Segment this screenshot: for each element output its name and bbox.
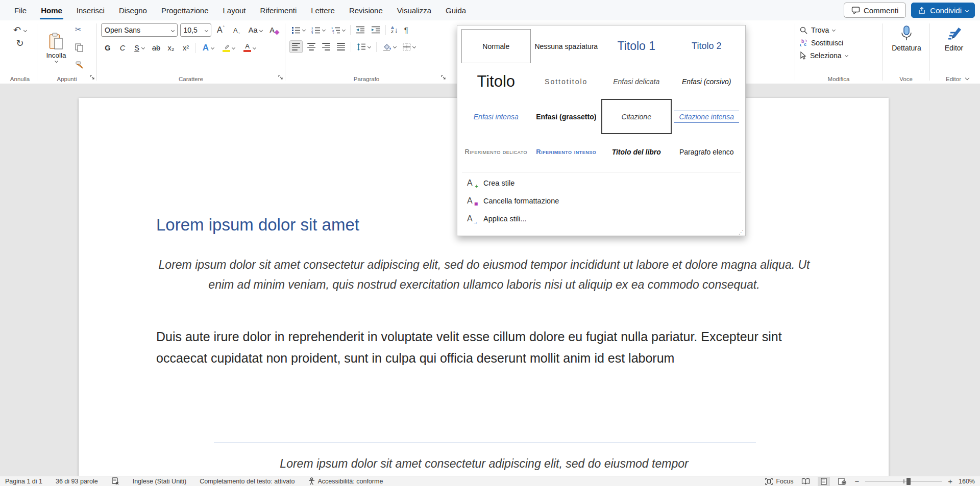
style-sottotitolo[interactable]: Sottotitolo: [532, 64, 601, 98]
tab-home[interactable]: Home: [34, 0, 69, 20]
create-style-item[interactable]: A+ Crea stile: [461, 174, 742, 192]
decrease-indent-button[interactable]: [354, 23, 367, 36]
font-size-select[interactable]: 10,5: [180, 23, 212, 37]
cut-icon[interactable]: ✂: [75, 25, 84, 34]
paste-button[interactable]: Incolla: [41, 32, 71, 62]
style-titolo-2[interactable]: Titolo 2: [672, 29, 742, 63]
tab-inserisci[interactable]: Inserisci: [69, 0, 112, 20]
numbering-button[interactable]: 123: [309, 23, 327, 36]
justify-button[interactable]: [335, 40, 347, 53]
replace-button[interactable]: bc Sostituisci: [799, 36, 878, 49]
multilevel-list-button[interactable]: 1ai: [329, 23, 347, 36]
style-paragrafo-elenco[interactable]: Paragrafo elenco: [672, 135, 742, 169]
increase-indent-button[interactable]: [369, 23, 382, 36]
microphone-icon: [900, 25, 913, 42]
tab-riferimenti[interactable]: Riferimenti: [253, 0, 304, 20]
subscript-button[interactable]: x₂: [164, 41, 178, 54]
style-normale[interactable]: Normale: [461, 29, 531, 63]
text-completion-status[interactable]: Completamento del testo: attivato: [200, 478, 295, 485]
style-citazione-intensa[interactable]: Citazione intensa: [672, 99, 742, 134]
highlight-button[interactable]: [219, 41, 238, 54]
zoom-out-button[interactable]: −: [854, 477, 859, 485]
redo-button[interactable]: ↻: [7, 37, 33, 50]
zoom-level[interactable]: 160%: [959, 478, 975, 485]
appunti-dialog-launcher-icon[interactable]: [90, 73, 95, 82]
align-left-button[interactable]: [289, 40, 303, 53]
carattere-dialog-launcher-icon[interactable]: [278, 73, 283, 82]
bullets-button[interactable]: [289, 23, 307, 36]
style-nessuna-spaziatura[interactable]: Nessuna spaziatura: [532, 29, 601, 63]
share-chevron-icon[interactable]: [965, 8, 969, 12]
sort-button[interactable]: AZ ↓: [389, 23, 400, 36]
style-titolo[interactable]: Titolo: [461, 64, 531, 98]
clear-formatting-button[interactable]: A: [267, 24, 281, 37]
shading-button[interactable]: [380, 40, 398, 53]
show-paragraph-marks-button[interactable]: ¶: [402, 23, 410, 36]
shrink-font-button[interactable]: Aˆ: [230, 24, 243, 37]
proofing-icon: [111, 477, 119, 485]
word-count[interactable]: 36 di 93 parole: [56, 478, 98, 485]
underline-button[interactable]: S: [131, 41, 148, 54]
clear-formatting-item[interactable]: A◆ Cancella formattazione: [461, 192, 742, 210]
paragrafo-dialog-launcher-icon[interactable]: [441, 73, 446, 82]
style-riferimento-intenso[interactable]: Riferimento intenso: [532, 135, 601, 169]
undo-button[interactable]: ↶: [7, 23, 33, 37]
undo-chevron-icon[interactable]: [23, 28, 27, 32]
tab-revisione[interactable]: Revisione: [342, 0, 390, 20]
tab-guida[interactable]: Guida: [438, 0, 473, 20]
style-titolo-1[interactable]: Titolo 1: [602, 29, 671, 63]
dictate-button[interactable]: Dettatura: [887, 23, 926, 52]
font-name-select[interactable]: Open Sans: [101, 23, 178, 37]
italic-button[interactable]: C: [116, 41, 129, 54]
style-enfasi-delicata[interactable]: Enfasi delicata: [602, 64, 671, 98]
accessibility-status[interactable]: Accessibilità: conforme: [308, 477, 383, 485]
focus-toggle[interactable]: Focus: [765, 478, 793, 485]
title-bar: File Home Inserisci Disegno Progettazion…: [0, 0, 980, 20]
paste-chevron-icon[interactable]: [54, 59, 58, 63]
tab-lettere[interactable]: Lettere: [304, 0, 342, 20]
style-titolo-del-libro[interactable]: Titolo del libro: [602, 135, 671, 169]
format-painter-icon[interactable]: [75, 61, 84, 69]
style-riferimento-delicato[interactable]: Riferimento delicato: [461, 135, 531, 169]
share-button[interactable]: Condividi: [911, 3, 975, 18]
align-right-button[interactable]: [320, 40, 332, 53]
web-layout-button[interactable]: [836, 477, 848, 486]
tab-disegno[interactable]: Disegno: [112, 0, 154, 20]
change-case-button[interactable]: Aa: [246, 24, 265, 37]
paste-label: Incolla: [46, 52, 66, 59]
apply-styles-item[interactable]: A→ Applica stili...: [461, 210, 742, 227]
font-name-value: Open Sans: [105, 26, 140, 34]
proofing-status[interactable]: [111, 477, 119, 485]
borders-button[interactable]: [401, 40, 418, 53]
grow-font-button[interactable]: Aˆ: [214, 24, 227, 37]
style-citazione[interactable]: Citazione: [601, 99, 672, 134]
zoom-slider-thumb[interactable]: [906, 478, 911, 485]
print-layout-button[interactable]: [818, 477, 830, 486]
read-mode-button[interactable]: [799, 477, 812, 486]
tab-layout[interactable]: Layout: [216, 0, 253, 20]
panel-resize-grip[interactable]: ⋰: [739, 229, 744, 235]
font-color-button[interactable]: A: [240, 41, 259, 54]
zoom-in-button[interactable]: +: [948, 477, 952, 485]
zoom-slider[interactable]: [865, 477, 942, 486]
select-button[interactable]: Seleziona: [799, 49, 878, 62]
text-effects-button[interactable]: A: [199, 41, 217, 54]
align-center-button[interactable]: [305, 40, 317, 53]
language-status[interactable]: Inglese (Stati Uniti): [133, 478, 187, 485]
style-enfasi-corsivo[interactable]: Enfasi (corsivo): [672, 64, 742, 98]
comments-button[interactable]: Commenti: [844, 3, 906, 18]
style-enfasi-intensa[interactable]: Enfasi intensa: [461, 99, 531, 134]
strikethrough-button[interactable]: ab: [150, 41, 163, 54]
editor-button[interactable]: Editor: [934, 23, 974, 52]
copy-icon[interactable]: [75, 43, 84, 52]
group-carattere-label: Carattere: [97, 76, 285, 82]
superscript-button[interactable]: x²: [179, 41, 192, 54]
find-button[interactable]: Trova: [799, 23, 878, 36]
line-spacing-button[interactable]: [355, 40, 373, 53]
bold-button[interactable]: G: [101, 41, 114, 54]
style-enfasi-grassetto[interactable]: Enfasi (grassetto): [532, 99, 601, 134]
tab-progettazione[interactable]: Progettazione: [154, 0, 216, 20]
tab-file[interactable]: File: [7, 0, 34, 20]
tab-visualizza[interactable]: Visualizza: [390, 0, 438, 20]
page-count[interactable]: Pagina 1 di 1: [5, 478, 42, 485]
